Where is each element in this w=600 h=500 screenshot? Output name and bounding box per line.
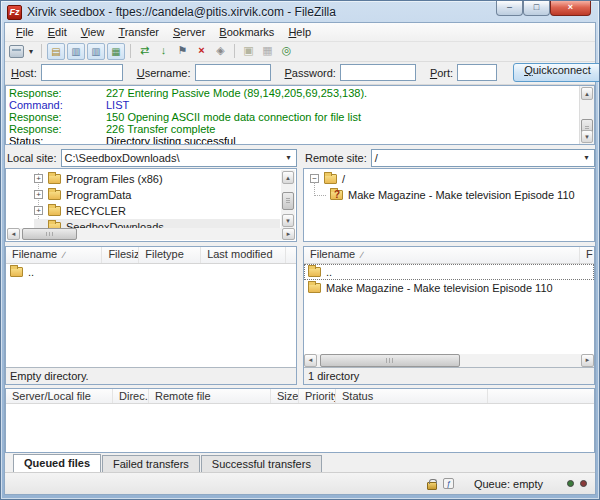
log-line: Response: 150 Opening ASCII mode data co… bbox=[9, 111, 578, 123]
toggle-local-tree-icon[interactable]: ▥ bbox=[67, 43, 85, 60]
activity-led-green-icon bbox=[567, 480, 574, 487]
process-queue-icon[interactable]: ↓ bbox=[155, 43, 172, 59]
toggle-remote-tree-icon[interactable]: ▥ bbox=[87, 43, 105, 60]
scroll-down-icon[interactable]: ▼ bbox=[581, 130, 593, 143]
tab-successful-transfers[interactable]: Successful transfers bbox=[201, 455, 322, 472]
scroll-left-icon[interactable]: ◄ bbox=[304, 354, 317, 367]
menu-help[interactable]: Help bbox=[281, 24, 318, 40]
username-input[interactable] bbox=[195, 64, 271, 81]
local-tree-vscrollbar[interactable]: ▲ ▼ bbox=[281, 170, 295, 228]
remote-site-combo[interactable]: / ▾ bbox=[371, 149, 595, 167]
local-file-list: Filename∕ Filesize Filetype Last modifie… bbox=[5, 246, 297, 385]
log-line: Response: 227 Entering Passive Mode (89,… bbox=[9, 87, 578, 99]
column-status[interactable]: Status bbox=[336, 389, 488, 403]
file-row-make-magazine[interactable]: Make Magazine - Make television Episode … bbox=[304, 280, 594, 296]
scroll-thumb[interactable] bbox=[282, 192, 294, 210]
scroll-down-icon[interactable]: ▼ bbox=[282, 214, 294, 227]
combo-arrow-icon[interactable]: ▾ bbox=[281, 153, 296, 162]
menu-edit[interactable]: Edit bbox=[41, 24, 74, 40]
tree-item-programdata[interactable]: + ProgramData bbox=[34, 187, 280, 203]
filter-icon[interactable]: ▣ bbox=[240, 43, 257, 59]
column-filesize-truncated[interactable]: F bbox=[580, 247, 594, 263]
remote-site-value: / bbox=[372, 152, 579, 164]
scroll-right-icon[interactable]: ► bbox=[282, 228, 295, 240]
column-last-modified[interactable]: Last modified bbox=[201, 247, 286, 263]
tab-failed-transfers[interactable]: Failed transfers bbox=[102, 455, 200, 472]
expand-icon[interactable]: + bbox=[34, 206, 43, 215]
scroll-left-icon[interactable]: ◄ bbox=[7, 228, 20, 240]
minimize-button[interactable]: – bbox=[496, 1, 523, 16]
maximize-button[interactable]: □ bbox=[523, 1, 550, 16]
tab-icon[interactable]: ⚑ bbox=[174, 43, 191, 59]
column-direction[interactable]: Direc... bbox=[113, 389, 149, 403]
site-manager-dropdown-icon[interactable]: ▾ bbox=[26, 47, 36, 56]
tree-item-recycler[interactable]: + RECYCLER bbox=[34, 203, 280, 219]
menu-bar: File Edit View Transfer Server Bookmarks… bbox=[5, 23, 595, 42]
column-size[interactable]: Size bbox=[271, 389, 299, 403]
log-line-text: 150 Opening ASCII mode data connection f… bbox=[106, 111, 361, 123]
menu-file[interactable]: File bbox=[9, 24, 41, 40]
log-line-text: 227 Entering Passive Mode (89,149,205,69… bbox=[106, 87, 367, 99]
indicator-icon[interactable]: ƒ bbox=[443, 478, 454, 489]
combo-arrow-icon[interactable]: ▾ bbox=[579, 153, 594, 162]
scroll-thumb[interactable] bbox=[320, 354, 460, 367]
scroll-up-icon[interactable]: ▲ bbox=[282, 171, 294, 184]
column-filesize[interactable]: Filesize bbox=[102, 247, 139, 263]
toggle-queue-icon[interactable]: ▦ bbox=[107, 43, 125, 60]
file-row-parent-dir[interactable]: .. bbox=[6, 264, 296, 280]
log-scrollbar[interactable]: ▲ ▼ bbox=[579, 86, 594, 145]
local-tree-hscrollbar[interactable]: ◄ ► bbox=[7, 228, 295, 240]
column-filename[interactable]: Filename∕ bbox=[6, 247, 102, 263]
tree-item-make-magazine[interactable]: ? Make Magazine - Make television Episod… bbox=[310, 187, 592, 203]
file-row-parent-dir[interactable]: .. bbox=[304, 264, 594, 280]
remote-tree: − / ? Make Magazine - Make television Ep… bbox=[303, 168, 595, 242]
compare-icon[interactable]: ▦ bbox=[259, 43, 276, 59]
tree-item-program-files-x86[interactable]: + Program Files (x86) bbox=[34, 171, 280, 187]
log-line: Command: LIST bbox=[9, 99, 578, 111]
log-line-type: Status: bbox=[9, 135, 106, 146]
column-filetype[interactable]: Filetype bbox=[139, 247, 201, 263]
quickconnect-button[interactable]: Quickconnect bbox=[513, 63, 600, 82]
remote-file-list: Filename∕ F .. Make Magazine - Make tele… bbox=[303, 246, 595, 385]
expand-icon[interactable]: + bbox=[34, 174, 43, 183]
column-remote-file[interactable]: Remote file bbox=[149, 389, 271, 403]
transfer-queue: Server/Local file Direc... Remote file S… bbox=[5, 388, 595, 453]
remote-list-status: 1 directory bbox=[304, 367, 594, 384]
menu-view[interactable]: View bbox=[74, 24, 112, 40]
folder-icon bbox=[308, 283, 321, 293]
column-priority[interactable]: Priority bbox=[299, 389, 336, 403]
queue-header: Server/Local file Direc... Remote file S… bbox=[6, 389, 594, 404]
site-manager-icon[interactable] bbox=[9, 45, 24, 58]
column-filename[interactable]: Filename∕ bbox=[304, 247, 580, 263]
titlebar[interactable]: Fz Xirvik seedbox - ftpes://candela@piti… bbox=[1, 1, 599, 23]
queue-body[interactable] bbox=[6, 404, 594, 452]
menu-server[interactable]: Server bbox=[166, 24, 212, 40]
host-label: Host: bbox=[11, 67, 37, 79]
remote-list-hscrollbar[interactable]: ◄ ► bbox=[304, 354, 594, 367]
menu-transfer[interactable]: Transfer bbox=[111, 24, 166, 40]
tree-item-root[interactable]: − / bbox=[310, 171, 592, 187]
port-input[interactable] bbox=[457, 64, 497, 81]
status-bar: ƒ Queue: empty bbox=[5, 472, 595, 494]
message-log: Response: 227 Entering Passive Mode (89,… bbox=[5, 85, 595, 146]
find-icon[interactable]: ◎ bbox=[278, 43, 295, 59]
tab-queued-files[interactable]: Queued files bbox=[13, 454, 101, 472]
scroll-up-icon[interactable]: ▲ bbox=[581, 87, 593, 100]
toolbar-separator bbox=[234, 44, 235, 58]
disconnect-icon[interactable]: ◈ bbox=[212, 43, 229, 59]
scroll-thumb[interactable] bbox=[22, 228, 77, 240]
menu-bookmarks[interactable]: Bookmarks bbox=[212, 24, 281, 40]
refresh-icon[interactable]: ⇄ bbox=[136, 43, 153, 59]
close-button[interactable]: × bbox=[550, 1, 591, 16]
local-list-status: Empty directory. bbox=[6, 367, 296, 384]
app-icon: Fz bbox=[7, 5, 22, 20]
expand-icon[interactable]: + bbox=[34, 190, 43, 199]
scroll-right-icon[interactable]: ► bbox=[581, 354, 594, 367]
password-input[interactable] bbox=[340, 64, 416, 81]
column-server-local-file[interactable]: Server/Local file bbox=[6, 389, 113, 403]
lock-icon[interactable] bbox=[427, 482, 437, 490]
toggle-message-log-icon[interactable]: ▤ bbox=[47, 43, 65, 60]
local-site-combo[interactable]: C:\SeedboxDownloads\ ▾ bbox=[61, 149, 297, 167]
cancel-icon[interactable]: × bbox=[193, 43, 210, 59]
host-input[interactable] bbox=[41, 64, 123, 81]
